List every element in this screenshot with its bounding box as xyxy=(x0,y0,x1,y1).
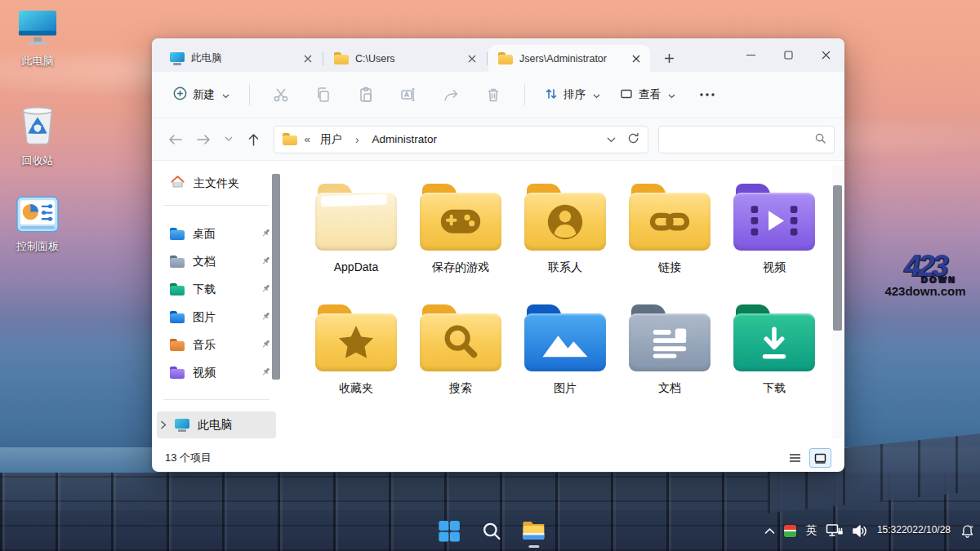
recent-locations-chevron-icon[interactable] xyxy=(220,127,239,153)
pin-icon xyxy=(261,283,271,296)
new-tab-button[interactable] xyxy=(657,47,681,69)
explorer-toolbar: 新建 xyxy=(152,72,844,118)
file-tile-links[interactable]: 链接 xyxy=(617,184,722,275)
up-button[interactable] xyxy=(240,127,267,153)
folder-icon xyxy=(498,52,513,64)
pin-icon xyxy=(261,228,271,241)
videos-folder-icon xyxy=(170,367,185,379)
sort-button[interactable]: 排序 xyxy=(537,82,608,109)
file-tile-documents[interactable]: 文档 xyxy=(617,304,722,396)
cut-icon[interactable] xyxy=(267,81,295,109)
tray-app-icon[interactable] xyxy=(784,525,796,537)
file-explorer-taskbar-icon[interactable] xyxy=(520,516,546,545)
forward-button[interactable] xyxy=(190,127,217,153)
large-icons-view-button[interactable] xyxy=(809,448,831,468)
sidebar-item-videos[interactable]: 视频 xyxy=(157,359,276,386)
search-box[interactable] xyxy=(658,126,835,153)
sidebar-item-label: 此电脑 xyxy=(198,418,232,433)
ime-language-indicator[interactable]: 英 xyxy=(805,523,817,538)
file-explorer-window: 此电脑 C:\Users Jsers\Administrator xyxy=(152,38,844,472)
breadcrumb-users[interactable]: 用户 xyxy=(317,131,345,149)
saved-games-folder-icon xyxy=(420,184,501,251)
search-taskbar-icon[interactable] xyxy=(478,516,504,545)
tray-chevron-up-icon[interactable] xyxy=(764,527,775,535)
plus-circle-icon xyxy=(173,87,187,103)
file-tile-contacts[interactable]: 联系人 xyxy=(513,184,617,275)
sidebar-item-pictures[interactable]: 图片 xyxy=(157,304,276,331)
tab-close-icon[interactable] xyxy=(629,51,644,66)
sidebar-scrollbar-thumb[interactable] xyxy=(272,174,280,380)
file-label: AppData xyxy=(334,260,378,273)
tab-c-users[interactable]: C:\Users xyxy=(324,45,486,72)
breadcrumb-administrator[interactable]: Administrator xyxy=(369,131,441,147)
tray-date: 2022/10/28 xyxy=(902,524,951,537)
tab-users-administrator[interactable]: Jsers\Administrator xyxy=(488,45,650,72)
delete-icon[interactable] xyxy=(479,81,507,109)
view-rect-icon xyxy=(620,87,633,103)
sort-arrows-icon xyxy=(545,87,558,103)
sidebar-item-documents[interactable]: 文档 xyxy=(157,248,276,275)
minimize-button[interactable] xyxy=(732,38,769,71)
desktop-icon-label: 回收站 xyxy=(22,153,54,168)
file-label: 图片 xyxy=(554,381,577,396)
clock[interactable]: 15:32 2022/10/28 xyxy=(877,524,951,537)
desktop-icon-recycle-bin[interactable]: 回收站 xyxy=(3,103,72,168)
sidebar-item-desktop[interactable]: 桌面 xyxy=(157,220,276,247)
tab-this-pc[interactable]: 此电脑 xyxy=(160,45,322,72)
file-tile-appdata[interactable]: AppData xyxy=(304,184,408,275)
desktop-icon-this-pc[interactable]: 此电脑 xyxy=(3,8,72,69)
address-bar[interactable]: « 用户 › Administrator xyxy=(274,126,648,153)
pin-icon xyxy=(261,256,271,269)
tab-close-icon[interactable] xyxy=(465,51,479,66)
sidebar-item-downloads[interactable]: 下载 xyxy=(157,276,276,303)
file-tile-favorites[interactable]: 收藏夹 xyxy=(304,304,408,396)
file-tile-videos[interactable]: 视频 xyxy=(722,184,826,275)
details-view-button[interactable] xyxy=(784,448,806,468)
monitor-icon xyxy=(175,419,189,432)
volume-icon[interactable] xyxy=(852,524,868,538)
desktop-icon-control-panel[interactable]: 控制面板 xyxy=(3,196,72,254)
tray-time: 15:32 xyxy=(877,524,902,537)
control-panel-icon xyxy=(16,196,59,236)
start-button[interactable] xyxy=(435,516,461,545)
paste-icon[interactable] xyxy=(352,81,380,109)
chevron-right-icon[interactable] xyxy=(160,419,167,432)
network-icon[interactable] xyxy=(826,523,843,538)
watermark-brand: 423 DOWN xyxy=(877,255,973,283)
window-controls xyxy=(732,38,844,71)
notification-bell-icon[interactable]: z xyxy=(960,523,975,539)
back-button[interactable] xyxy=(162,127,189,153)
search-icon xyxy=(815,132,826,147)
sidebar-item-music[interactable]: 音乐 xyxy=(157,331,276,358)
sidebar-divider xyxy=(163,399,270,400)
file-tile-pictures[interactable]: 图片 xyxy=(513,304,617,396)
new-button[interactable]: 新建 xyxy=(165,81,238,109)
copy-icon[interactable] xyxy=(310,81,337,109)
more-options-icon[interactable] xyxy=(693,81,721,109)
file-tile-saved-games[interactable]: 保存的游戏 xyxy=(408,184,513,275)
tab-separator xyxy=(323,52,323,65)
maximize-button[interactable] xyxy=(769,38,807,71)
sidebar-item-label: 主文件夹 xyxy=(194,176,239,191)
desktop-folder-icon xyxy=(170,228,185,240)
sidebar-item-label: 图片 xyxy=(193,310,216,325)
address-dropdown-chevron-icon[interactable] xyxy=(607,133,616,145)
tab-close-icon[interactable] xyxy=(301,51,315,66)
refresh-icon[interactable] xyxy=(627,132,639,147)
file-tile-searches[interactable]: 搜索 xyxy=(408,304,513,396)
desktop-icon-label: 此电脑 xyxy=(22,54,54,69)
content-scrollbar-thumb[interactable] xyxy=(833,185,842,331)
breadcrumb-collapse[interactable]: « xyxy=(304,133,310,145)
share-icon[interactable] xyxy=(437,81,465,109)
close-button[interactable] xyxy=(807,38,844,71)
search-input[interactable] xyxy=(667,133,815,145)
explorer-address-row: « 用户 › Administrator xyxy=(152,118,844,161)
file-tile-downloads[interactable]: 下载 xyxy=(722,304,826,396)
sidebar-item-label: 文档 xyxy=(193,255,216,269)
sidebar-item-home[interactable]: 主文件夹 xyxy=(157,170,276,197)
sidebar-item-this-pc[interactable]: 此电脑 xyxy=(157,411,276,438)
file-label: 搜索 xyxy=(449,381,472,396)
rename-icon[interactable] xyxy=(394,81,422,109)
pictures-folder-icon xyxy=(524,304,606,371)
view-button[interactable]: 查看 xyxy=(612,82,684,109)
